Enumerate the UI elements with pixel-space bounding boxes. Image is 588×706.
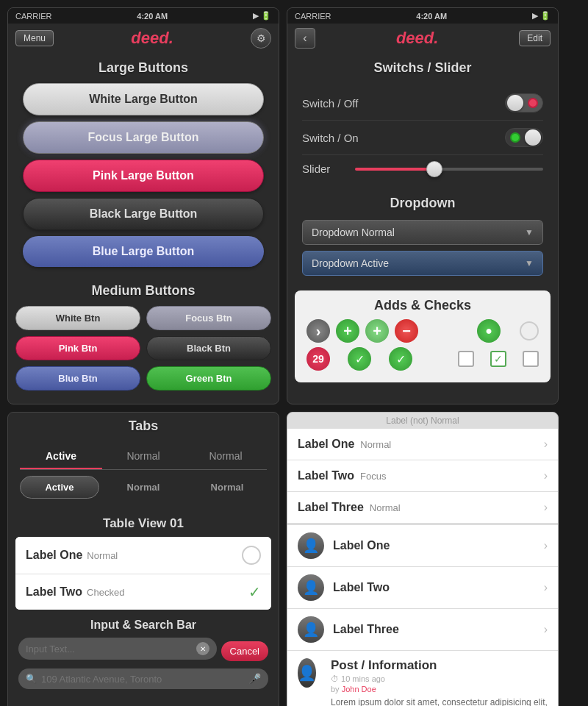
toggle-off[interactable] bbox=[505, 93, 543, 113]
table-section: Label One Normal Label Two Checked ✓ bbox=[15, 537, 271, 610]
back-button[interactable]: ‹ bbox=[295, 28, 315, 49]
pink-medium-button[interactable]: Pink Btn bbox=[15, 336, 140, 360]
clear-icon[interactable]: ✕ bbox=[196, 642, 209, 655]
add-green-button[interactable]: + bbox=[336, 319, 359, 343]
chevron-down-icon: ▼ bbox=[525, 227, 534, 238]
chevron-right-icon-6: › bbox=[544, 623, 548, 636]
status-bar-left: CARRIER 4:20 AM ▶ 🔋 bbox=[8, 8, 279, 24]
post-author-row: by John Doe bbox=[331, 685, 548, 693]
status-icons-left: ▶ 🔋 bbox=[253, 11, 271, 21]
post-avatar: 👤 bbox=[298, 658, 316, 688]
switches-section: Switch / Off Switch / On Slider bbox=[287, 80, 558, 188]
dropdown-active[interactable]: Dropdown Active ▼ bbox=[302, 251, 543, 276]
microphone-icon[interactable]: 🎤 bbox=[248, 673, 261, 685]
post-author[interactable]: John Doe bbox=[342, 685, 376, 693]
check-badge-green: ✓ bbox=[348, 347, 371, 371]
bottom-left-panel: Tabs Active Normal Normal Active Normal … bbox=[7, 412, 279, 706]
switch-on-label: Switch / On bbox=[302, 132, 359, 144]
chevron-right-icon-5: › bbox=[544, 581, 548, 594]
focus-medium-button[interactable]: Focus Btn bbox=[146, 306, 271, 330]
remove-red-button[interactable]: − bbox=[395, 319, 418, 343]
clock-icon: ⏱ bbox=[331, 674, 339, 683]
pink-large-button[interactable]: Pink Large Button bbox=[23, 160, 264, 192]
focus-large-button[interactable]: Focus Large Button bbox=[23, 121, 264, 154]
time-right: 4:20 AM bbox=[416, 12, 447, 21]
tabs-row2: Active Normal Normal bbox=[20, 476, 267, 499]
toggle-on[interactable] bbox=[505, 128, 543, 147]
slider-thumb[interactable] bbox=[426, 161, 442, 177]
search-address-field[interactable] bbox=[41, 674, 244, 685]
medium-btns-row1: White Btn Focus Btn bbox=[8, 303, 279, 333]
post-title: Post / Information bbox=[331, 658, 548, 673]
logo-left: deed. bbox=[131, 29, 173, 48]
toggle-on-knob bbox=[525, 129, 541, 146]
list-item-2-2[interactable]: 👤 Label Two › bbox=[287, 567, 558, 609]
gear-button[interactable]: ⚙ bbox=[251, 28, 271, 49]
table-row2-sub: Checked bbox=[87, 587, 124, 598]
adds-checks-section: Adds & Checks › + + − ● 29 ✓ ✓ ✓ bbox=[295, 290, 551, 382]
list-item-2-1[interactable]: 👤 Label One › bbox=[287, 525, 558, 567]
nav-bar-left: Menu deed. ⚙ bbox=[8, 24, 279, 53]
chevron-down-icon-2: ▼ bbox=[525, 258, 534, 268]
input-text-row: ✕ bbox=[18, 638, 217, 660]
tab-normal-1b[interactable]: Normal bbox=[184, 444, 267, 469]
switch-off-label: Switch / Off bbox=[302, 97, 358, 110]
right-phone: CARRIER 4:20 AM ▶ 🔋 ‹ deed. Edit Switchs… bbox=[287, 7, 559, 404]
medium-btns-row3: Blue Btn Green Btn bbox=[8, 363, 279, 393]
blue-large-button[interactable]: Blue Large Button bbox=[23, 236, 264, 267]
list-item-2-3[interactable]: 👤 Label Three › bbox=[287, 609, 558, 651]
list-item-1-1[interactable]: Label One Normal › bbox=[287, 429, 558, 460]
checkbox-checked[interactable]: ✓ bbox=[490, 351, 506, 367]
table-row-1[interactable]: Label One Normal bbox=[15, 537, 271, 574]
slider-label: Slider bbox=[302, 163, 346, 175]
medium-btns-title: Medium Buttons bbox=[8, 276, 279, 303]
post-time: ⏱ 10 mins ago bbox=[331, 674, 548, 683]
status-icons-right: ▶ 🔋 bbox=[532, 11, 551, 21]
checkbox-empty[interactable] bbox=[458, 351, 474, 367]
add-light-green-button[interactable]: + bbox=[365, 319, 389, 343]
list-item-1-3-sub: Normal bbox=[370, 502, 401, 513]
large-btns-title: Large Buttons bbox=[8, 53, 279, 80]
carrier-right: CARRIER bbox=[295, 12, 331, 21]
large-buttons-container: White Large Button Focus Large Button Pi… bbox=[8, 80, 279, 276]
slider-track[interactable] bbox=[355, 168, 543, 171]
blue-medium-button[interactable]: Blue Btn bbox=[15, 366, 140, 391]
green-medium-button[interactable]: Green Btn bbox=[146, 366, 271, 391]
input-text-field[interactable] bbox=[26, 643, 192, 655]
cancel-button[interactable]: Cancel bbox=[221, 641, 268, 661]
tab-btn-normal-a[interactable]: Normal bbox=[104, 476, 183, 499]
list-item-1-2-main: Label Two bbox=[298, 469, 354, 482]
list-item-2-1-label: Label One bbox=[333, 539, 390, 552]
white-medium-button[interactable]: White Btn bbox=[15, 306, 140, 330]
add-gray-button[interactable]: › bbox=[306, 319, 330, 343]
chevron-right-icon-4: › bbox=[544, 539, 548, 552]
menu-button[interactable]: Menu bbox=[15, 30, 54, 46]
tab-active-1[interactable]: Active bbox=[20, 444, 102, 469]
tab-btn-active[interactable]: Active bbox=[20, 476, 99, 499]
search-icon: 🔍 bbox=[26, 674, 37, 684]
table-row-2[interactable]: Label Two Checked ✓ bbox=[15, 574, 271, 610]
dropdown-normal[interactable]: Dropdown Normal ▼ bbox=[302, 220, 543, 245]
list-item-1-3[interactable]: Label Three Normal › bbox=[287, 492, 558, 524]
dropdown-active-label: Dropdown Active bbox=[312, 257, 389, 269]
list-section-2: 👤 Label One › 👤 Label Two › 👤 Label Thre… bbox=[287, 525, 558, 651]
number-badge: 29 bbox=[306, 347, 330, 371]
time-left: 4:20 AM bbox=[137, 12, 168, 21]
black-large-button[interactable]: Black Large Button bbox=[23, 198, 264, 230]
white-large-button[interactable]: White Large Button bbox=[23, 83, 264, 115]
logo-right: deed. bbox=[396, 29, 438, 48]
dropdown-normal-label: Dropdown Normal bbox=[312, 227, 395, 238]
chevron-right-icon-1: › bbox=[544, 438, 548, 451]
dropdown-section: Dropdown Normal ▼ Dropdown Active ▼ bbox=[287, 215, 558, 286]
label-overlap: Label (not) Normal bbox=[287, 413, 558, 429]
black-medium-button[interactable]: Black Btn bbox=[146, 336, 271, 360]
tab-normal-1a[interactable]: Normal bbox=[102, 444, 184, 469]
input-search-title: Input & Search Bar bbox=[18, 618, 268, 632]
chevron-right-icon-3: › bbox=[544, 501, 548, 514]
edit-button[interactable]: Edit bbox=[519, 30, 551, 46]
list-item-2-2-label: Label Two bbox=[333, 581, 390, 594]
bottom-right-panel: Label (not) Normal Label One Normal › La… bbox=[287, 412, 559, 706]
list-item-1-2[interactable]: Label Two Focus › bbox=[287, 460, 558, 492]
tab-btn-normal-b[interactable]: Normal bbox=[187, 476, 267, 499]
checkbox-empty-2[interactable] bbox=[523, 351, 539, 367]
